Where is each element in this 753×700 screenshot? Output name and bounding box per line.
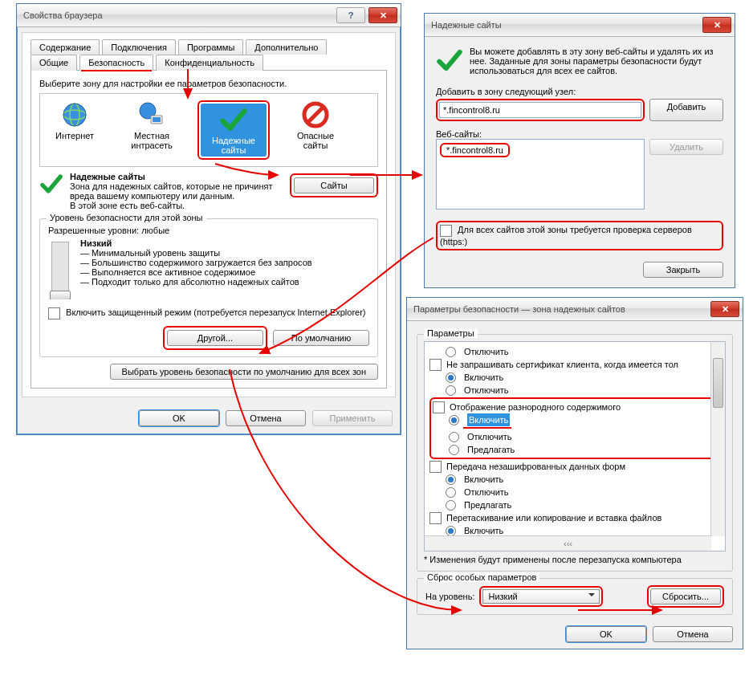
tree-label: Включить xyxy=(464,473,503,486)
level-slider[interactable] xyxy=(51,242,69,299)
tree-category[interactable]: Отображение разнородного содержимого xyxy=(433,401,717,413)
tab-connections[interactable]: Подключения xyxy=(102,39,176,55)
check-icon xyxy=(436,47,463,75)
window-title: Свойства браузера xyxy=(23,10,336,20)
reset-all-zones-button[interactable]: Выбрать уровень безопасности по умолчани… xyxy=(110,364,378,380)
sites-button[interactable]: Сайты xyxy=(294,177,374,193)
radio-icon[interactable] xyxy=(446,487,456,498)
radio-icon[interactable] xyxy=(449,432,459,442)
tree-label: Не запрашивать сертификат клиента, когда… xyxy=(446,358,678,371)
ok-button[interactable]: OK xyxy=(566,626,646,642)
radio-icon[interactable] xyxy=(446,474,456,485)
tab-content[interactable]: Содержание xyxy=(31,39,100,55)
tab-general[interactable]: Общие xyxy=(31,55,77,71)
zone-desc: Зона для надежных сайтов, которые не при… xyxy=(70,181,273,201)
radio-icon[interactable] xyxy=(449,445,459,455)
apply-button[interactable]: Применить xyxy=(312,410,393,426)
add-site-input[interactable]: *.fincontrol8.ru xyxy=(439,102,641,118)
folder-icon[interactable] xyxy=(429,359,442,371)
settings-tree[interactable]: ОтключитьНе запрашивать сертификат клиен… xyxy=(424,341,726,551)
level-fieldset: Уровень безопасности для этой зоны Разре… xyxy=(39,218,378,357)
browser-properties-window: Свойства браузера ? ✕ Содержание Подключ… xyxy=(16,3,401,435)
zone-trusted[interactable]: Надежные сайты xyxy=(201,104,267,157)
globe-pc-icon xyxy=(137,100,166,129)
reset-button-highlight: Сбросить... xyxy=(647,585,724,608)
reset-button[interactable]: Сбросить... xyxy=(650,588,721,604)
tree-option[interactable]: Включить xyxy=(429,371,720,384)
list-item-highlight: *.fincontrol8.ru xyxy=(440,143,510,157)
close-dialog-button[interactable]: Закрыть xyxy=(643,262,723,278)
tree-option[interactable]: Отключить xyxy=(433,430,717,443)
protected-mode-checkbox[interactable] xyxy=(48,307,60,319)
add-button[interactable]: Добавить xyxy=(649,99,723,121)
dialog-footer: OK Отмена Применить xyxy=(17,402,401,434)
cancel-button[interactable]: Отмена xyxy=(226,410,306,426)
zone-internet[interactable]: Интернет xyxy=(43,100,106,140)
websites-list[interactable]: *.fincontrol8.ru xyxy=(436,139,645,210)
folder-icon[interactable] xyxy=(429,512,442,524)
level-line: Большинство содержимого загружается без … xyxy=(92,258,312,267)
restart-note: * Изменения будут применены после переза… xyxy=(424,555,726,564)
tree-option[interactable]: Предлагать xyxy=(433,443,717,456)
cancel-button[interactable]: Отмена xyxy=(653,626,733,642)
titlebar[interactable]: Параметры безопасности — зона надежных с… xyxy=(407,298,743,321)
radio-icon[interactable] xyxy=(446,385,456,396)
reset-legend: Сброс особых параметров xyxy=(424,572,539,582)
trusted-sites-window: Надежные сайты ✕ Вы можете добавлять в э… xyxy=(424,13,735,288)
radio-icon[interactable] xyxy=(446,347,456,357)
require-https-checkbox[interactable] xyxy=(440,225,452,237)
zone-label: Интернет xyxy=(55,131,94,140)
close-button[interactable]: ✕ xyxy=(710,301,739,317)
add-input-highlight: *.fincontrol8.ru xyxy=(436,99,645,121)
custom-level-button[interactable]: Другой... xyxy=(167,330,263,346)
radio-icon[interactable] xyxy=(446,372,456,383)
vertical-scrollbar[interactable] xyxy=(710,342,725,536)
svg-line-8 xyxy=(308,108,323,122)
zone-icons: Интернет Местная интрасеть Надежные сайт… xyxy=(39,93,378,167)
tree-category[interactable]: Перетаскивание или копирование и вставка… xyxy=(429,511,720,524)
radio-icon[interactable] xyxy=(446,500,456,511)
level-line: Выполняется все активное содержимое xyxy=(92,267,255,277)
folder-icon[interactable] xyxy=(433,401,445,413)
tree-option[interactable]: Включить xyxy=(429,473,720,486)
level-line: Подходит только для абсолютно надежных с… xyxy=(92,277,299,287)
tree-option[interactable]: Предлагать xyxy=(429,499,720,511)
titlebar[interactable]: Свойства браузера ? ✕ xyxy=(17,4,401,27)
require-https-label: Для всех сайтов этой зоны требуется пров… xyxy=(440,225,692,246)
ok-button[interactable]: OK xyxy=(139,410,219,426)
horizontal-scrollbar[interactable]: ‹‹‹ xyxy=(425,535,711,551)
tab-privacy[interactable]: Конфиденциальность xyxy=(156,55,263,71)
tree-label: Отображение разнородного содержимого xyxy=(450,401,621,413)
sites-button-highlight: Сайты xyxy=(290,173,378,197)
tab-programs[interactable]: Программы xyxy=(178,39,243,55)
radio-icon[interactable] xyxy=(446,551,456,552)
tree-category[interactable]: Не запрашивать сертификат клиента, когда… xyxy=(429,358,720,371)
titlebar[interactable]: Надежные сайты ✕ xyxy=(425,14,735,37)
default-level-button[interactable]: По умолчанию xyxy=(273,330,369,346)
tab-advanced[interactable]: Дополнительно xyxy=(246,39,327,55)
help-button[interactable]: ? xyxy=(336,7,365,23)
intro-text: Вы можете добавлять в эту зону веб-сайты… xyxy=(470,47,723,75)
zone-intranet[interactable]: Местная интрасеть xyxy=(120,100,183,150)
tree-category[interactable]: Передача незашифрованных данных форм xyxy=(429,460,720,473)
zone-restricted[interactable]: Опасные сайты xyxy=(284,100,347,150)
zone-label: Местная интрасеть xyxy=(131,131,173,150)
custom-button-highlight: Другой... xyxy=(163,326,267,350)
tree-label: Отключить xyxy=(464,345,509,358)
folder-icon[interactable] xyxy=(429,461,442,473)
tab-security[interactable]: Безопасность xyxy=(79,55,153,71)
tree-option[interactable]: Включить xyxy=(433,413,717,426)
tree-option[interactable]: Отключить xyxy=(429,384,720,397)
radio-icon[interactable] xyxy=(446,526,456,536)
reset-level-combo[interactable]: Низкий xyxy=(482,589,600,604)
tree-option[interactable]: Отключить xyxy=(429,345,720,358)
close-button[interactable]: ✕ xyxy=(368,7,397,23)
tab-underline-annotation xyxy=(81,70,152,71)
remove-button[interactable]: Удалить xyxy=(649,139,723,155)
close-button[interactable]: ✕ xyxy=(702,17,731,33)
tree-option[interactable]: Отключить xyxy=(429,486,720,499)
list-item[interactable]: *.fincontrol8.ru xyxy=(446,145,503,155)
scrollbar-thumb[interactable] xyxy=(713,358,723,408)
zone-label: Надежные сайты xyxy=(212,136,255,155)
radio-icon[interactable] xyxy=(449,415,459,425)
